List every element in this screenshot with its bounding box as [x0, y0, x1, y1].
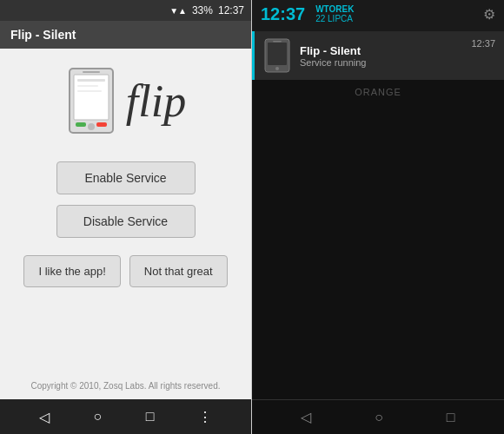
- gear-icon[interactable]: ⚙: [483, 6, 495, 23]
- feedback-buttons: I like the app! Not that great: [23, 255, 227, 287]
- enable-service-button[interactable]: Enable Service: [56, 161, 196, 194]
- menu-nav-icon[interactable]: ⋮: [198, 409, 212, 425]
- right-home-icon[interactable]: ○: [375, 410, 383, 425]
- svg-rect-6: [77, 79, 105, 82]
- battery-indicator: 33%: [192, 4, 213, 16]
- status-bar: ▼▲ 33% 12:37: [0, 0, 251, 21]
- svg-rect-8: [77, 90, 102, 92]
- svg-rect-7: [77, 85, 98, 87]
- right-back-icon[interactable]: ◁: [301, 409, 311, 425]
- logo-area: flip: [65, 66, 186, 135]
- orange-label: ORANGE: [252, 80, 504, 104]
- not-great-button[interactable]: Not that great: [129, 255, 228, 287]
- svg-rect-4: [76, 122, 86, 127]
- right-day-name: WTOREK: [315, 4, 354, 14]
- app-content: flip Enable Service Disable Service I li…: [0, 49, 251, 399]
- home-nav-icon[interactable]: ○: [94, 409, 103, 424]
- notif-text-area: Flip - Silent Service running: [300, 44, 462, 68]
- notif-sub-text: Service running: [300, 57, 462, 68]
- right-status-bar: 12:37 WTOREK 22 LIPCA ⚙: [252, 0, 504, 28]
- left-panel: ▼▲ 33% 12:37 Flip - Silent fl: [0, 0, 252, 434]
- phone-logo-icon: [65, 66, 117, 135]
- recent-nav-icon[interactable]: □: [146, 409, 155, 424]
- right-nav-bar: ◁ ○ □: [252, 399, 504, 434]
- dark-main-area: ORANGE: [252, 80, 504, 399]
- svg-point-2: [88, 123, 95, 130]
- signal-icon: ▼▲: [169, 6, 187, 16]
- right-clock: 12:37: [261, 4, 305, 24]
- svg-rect-5: [96, 122, 107, 127]
- left-nav-bar: ◁ ○ □ ⋮: [0, 399, 251, 434]
- app-title: Flip - Silent: [10, 28, 76, 42]
- app-logo-text: flip: [126, 76, 186, 127]
- disable-service-button[interactable]: Disable Service: [56, 205, 196, 238]
- right-day-info: WTOREK 22 LIPCA: [315, 4, 354, 23]
- svg-rect-10: [268, 43, 287, 65]
- svg-rect-3: [83, 71, 100, 73]
- notif-time: 12:37: [471, 38, 495, 49]
- svg-point-11: [275, 67, 279, 70]
- right-date: 22 LIPCA: [315, 14, 354, 23]
- app-title-bar: Flip - Silent: [0, 21, 251, 49]
- right-recent-icon[interactable]: □: [447, 410, 455, 425]
- back-nav-icon[interactable]: ◁: [39, 409, 50, 425]
- notification-item[interactable]: Flip - Silent Service running 12:37: [252, 31, 504, 80]
- status-time: 12:37: [218, 4, 244, 16]
- svg-rect-12: [273, 41, 282, 43]
- right-panel: 12:37 WTOREK 22 LIPCA ⚙ Flip - Silent Se…: [252, 0, 504, 434]
- copyright-text: Copyright © 2010, Zosq Labs. All rights …: [22, 372, 229, 399]
- notif-phone-icon: [263, 38, 291, 73]
- notif-app-name: Flip - Silent: [300, 44, 462, 57]
- like-app-button[interactable]: I like the app!: [23, 255, 120, 287]
